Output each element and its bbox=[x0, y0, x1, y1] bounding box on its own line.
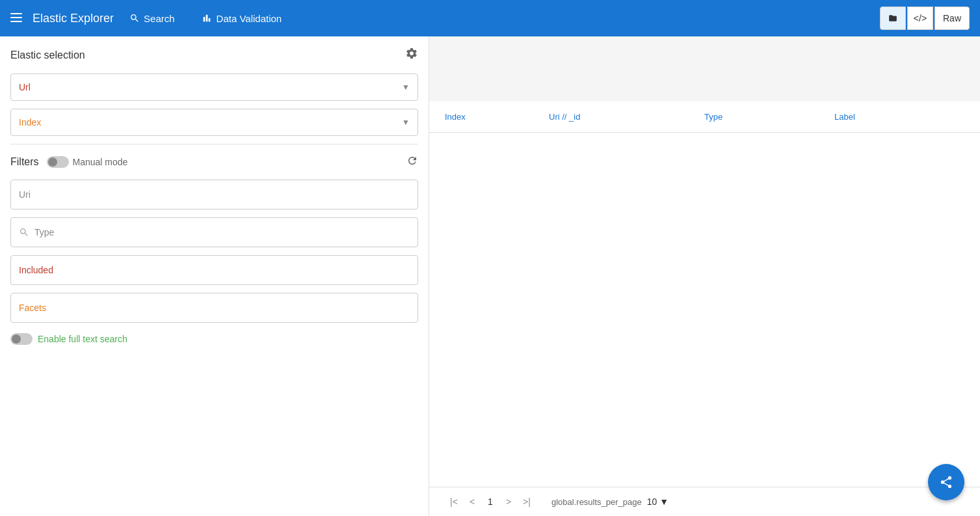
full-text-search-label: Enable full text search bbox=[38, 334, 127, 344]
menu-icon[interactable] bbox=[10, 12, 22, 25]
full-text-search-row: Enable full text search bbox=[10, 331, 418, 347]
results-per-page-value: 10 bbox=[647, 496, 657, 507]
data-validation-nav-item[interactable]: Data Validation bbox=[201, 13, 282, 24]
url-dropdown[interactable]: Url ▼ bbox=[10, 74, 418, 101]
index-dropdown-label: Index bbox=[19, 117, 41, 128]
svg-rect-0 bbox=[10, 13, 22, 14]
included-filter-label: Included bbox=[19, 265, 53, 275]
elastic-selection-title: Elastic selection bbox=[10, 49, 85, 61]
navbar: Elastic Explorer Search Data Validation … bbox=[0, 0, 980, 36]
folder-view-button[interactable] bbox=[880, 7, 906, 30]
type-filter-label: Type bbox=[34, 227, 54, 238]
url-dropdown-label: Url bbox=[19, 82, 31, 92]
bar-chart-icon bbox=[201, 13, 213, 23]
search-icon bbox=[129, 13, 140, 23]
manual-mode-label: Manual mode bbox=[73, 157, 128, 167]
folder-icon bbox=[888, 14, 898, 23]
table-body bbox=[429, 133, 980, 487]
col-header-type: Type bbox=[704, 112, 834, 122]
uri-filter-label: Uri bbox=[19, 189, 31, 200]
results-per-page-select[interactable]: 10 ▼ bbox=[647, 496, 669, 507]
toggle-track[interactable] bbox=[47, 156, 69, 168]
table-columns: Index Uri // _id Type Label bbox=[429, 102, 980, 133]
settings-button[interactable] bbox=[405, 47, 418, 63]
filters-title: Filters bbox=[10, 156, 39, 168]
app-title: Elastic Explorer bbox=[33, 12, 114, 25]
prev-page-button[interactable]: < bbox=[463, 493, 481, 511]
svg-rect-1 bbox=[10, 17, 22, 18]
index-dropdown[interactable]: Index ▼ bbox=[10, 109, 418, 136]
filters-header: Filters Manual mode bbox=[10, 155, 418, 169]
search-label: Search bbox=[144, 13, 175, 24]
refresh-button[interactable] bbox=[406, 155, 418, 169]
facets-filter[interactable]: Facets bbox=[10, 293, 418, 323]
elastic-selection-header: Elastic selection bbox=[10, 47, 418, 63]
share-icon bbox=[939, 475, 953, 489]
full-text-toggle-thumb bbox=[12, 334, 21, 344]
section-divider bbox=[10, 144, 418, 144]
search-nav-item[interactable]: Search bbox=[129, 13, 175, 24]
uri-filter[interactable]: Uri bbox=[10, 180, 418, 210]
url-dropdown-arrow: ▼ bbox=[402, 83, 410, 92]
svg-rect-2 bbox=[10, 21, 22, 22]
results-per-page-label: global.results_per_page bbox=[551, 497, 642, 507]
first-page-button[interactable]: |< bbox=[445, 493, 463, 511]
facets-filter-label: Facets bbox=[19, 303, 46, 313]
code-icon: </> bbox=[914, 13, 927, 23]
current-page: 1 bbox=[481, 493, 499, 511]
results-per-page: global.results_per_page 10 ▼ bbox=[551, 496, 669, 507]
last-page-button[interactable]: >| bbox=[518, 493, 536, 511]
gear-icon bbox=[405, 47, 418, 60]
col-header-label: Label bbox=[834, 112, 964, 122]
results-per-page-arrow: ▼ bbox=[659, 496, 669, 507]
col-header-index: Index bbox=[445, 112, 549, 122]
raw-view-button[interactable]: Raw bbox=[934, 7, 970, 30]
toggle-thumb bbox=[48, 157, 57, 167]
share-fab-button[interactable] bbox=[928, 464, 964, 500]
included-filter[interactable]: Included bbox=[10, 255, 418, 285]
refresh-icon bbox=[406, 155, 418, 167]
col-header-uri: Uri // _id bbox=[549, 112, 704, 122]
raw-label: Raw bbox=[943, 13, 961, 23]
type-filter[interactable]: Type bbox=[10, 217, 418, 247]
view-toggle-group: </> Raw bbox=[880, 7, 970, 30]
manual-mode-toggle[interactable]: Manual mode bbox=[47, 156, 128, 168]
right-panel: Index Uri // _id Type Label |< < 1 > >| … bbox=[429, 36, 980, 516]
data-validation-label: Data Validation bbox=[217, 13, 282, 24]
left-panel: Elastic selection Url ▼ Index ▼ Filters bbox=[0, 36, 429, 516]
pagination-row: |< < 1 > >| global.results_per_page 10 ▼ bbox=[429, 487, 980, 516]
main-layout: Elastic selection Url ▼ Index ▼ Filters bbox=[0, 36, 980, 516]
index-dropdown-arrow: ▼ bbox=[402, 118, 410, 127]
type-search-icon bbox=[19, 227, 29, 238]
full-text-toggle-track[interactable] bbox=[10, 333, 33, 345]
code-view-button[interactable]: </> bbox=[907, 7, 933, 30]
table-header-area bbox=[429, 36, 980, 102]
next-page-button[interactable]: > bbox=[499, 493, 518, 511]
